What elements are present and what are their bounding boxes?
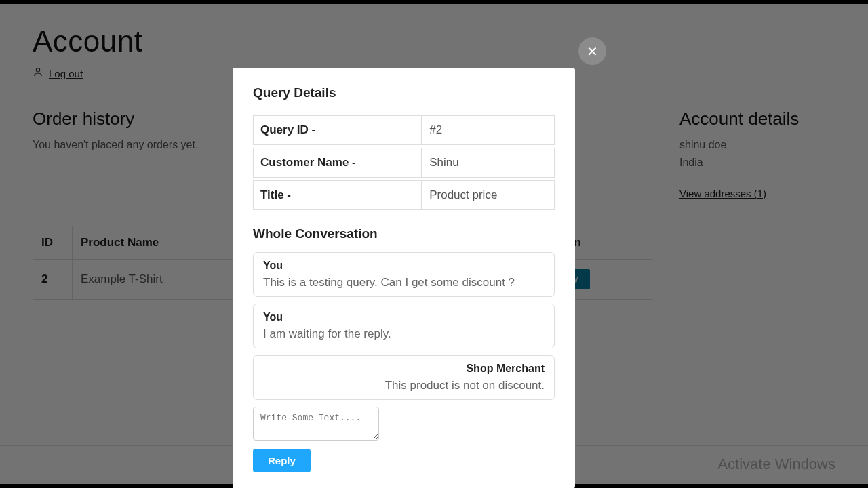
close-button[interactable]: ✕ — [578, 37, 606, 65]
message-sender: You — [263, 311, 545, 323]
modal-title: Query Details — [253, 85, 555, 100]
message-text: This is a testing query. Can I get some … — [263, 276, 545, 289]
conversation-title: Whole Conversation — [253, 226, 555, 241]
query-details-modal: Query Details Query ID - #2 Customer Nam… — [233, 68, 575, 488]
message-sender: Shop Merchant — [263, 363, 545, 375]
reply-textarea[interactable] — [253, 407, 379, 441]
title-label: Title - — [253, 180, 422, 210]
query-id-label: Query ID - — [253, 115, 422, 145]
message-text: I am waiting for the reply. — [263, 327, 545, 341]
message-you-2: You I am waiting for the reply. — [253, 304, 555, 348]
message-sender: You — [263, 260, 545, 272]
customer-label: Customer Name - — [253, 148, 422, 178]
message-merchant: Shop Merchant This product is not on dis… — [253, 355, 555, 400]
title-value: Product price — [422, 180, 555, 210]
message-you-1: You This is a testing query. Can I get s… — [253, 252, 555, 297]
reply-button[interactable]: Reply — [253, 449, 311, 472]
close-icon: ✕ — [587, 43, 598, 60]
message-text: This product is not on discount. — [263, 379, 545, 392]
query-id-value: #2 — [422, 115, 555, 145]
customer-value: Shinu — [422, 148, 555, 178]
query-details-table: Query ID - #2 Customer Name - Shinu Titl… — [253, 113, 555, 213]
